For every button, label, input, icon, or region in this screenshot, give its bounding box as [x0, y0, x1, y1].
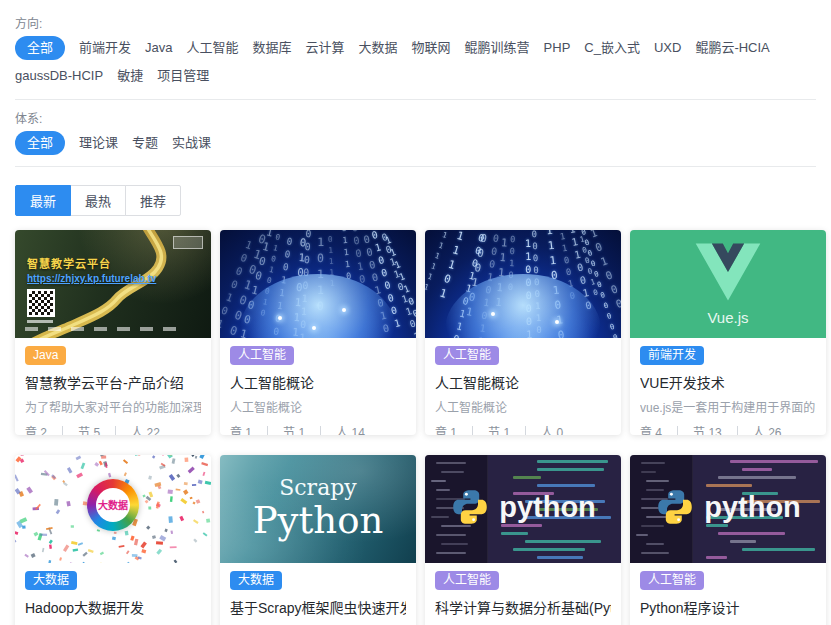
scrapy-label: Scrapy [279, 475, 357, 500]
direction-item-frontend[interactable]: 前端开发 [79, 36, 131, 60]
python-label: python [499, 491, 596, 524]
course-desc: 人工智能概论 [230, 398, 406, 415]
course-card-body: 大数据 Hadoop大数据开发 Hadoop大数据开发介绍 章 8 节 34 人… [15, 563, 211, 625]
vue-label: Vue.js [707, 309, 748, 326]
python-label: python [704, 491, 801, 524]
direction-filter-label: 方向: [15, 14, 816, 31]
course-card-grid: 智慧教学云平台 https://zhjxy.kp.futurelab.tv Ja… [15, 230, 816, 625]
system-filter-section: 体系: 全部 理论课 专题 实战课 [15, 109, 816, 155]
category-tag: Java [25, 346, 66, 365]
direction-item-embedded[interactable]: C_嵌入式 [584, 36, 640, 60]
course-desc: 为了帮助大家对平台的功能加深理... [25, 398, 201, 415]
qr-caption-decoration [27, 320, 53, 323]
course-card[interactable]: Vue.js 前端开发 VUE开发技术 vue.js是一套用于构建用于界面的..… [630, 230, 826, 435]
section-stat: 节 1 [488, 423, 510, 435]
stat-separator [320, 426, 321, 436]
system-filter-row: 全部 理论课 专题 实战课 [15, 131, 816, 155]
course-card[interactable]: 大数据 大数据 Hadoop大数据开发 Hadoop大数据开发介绍 章 8 节 … [15, 455, 211, 625]
course-cover-ai: 1000101100101000111100100101010010000111… [220, 230, 416, 338]
course-card[interactable]: Scrapy Python 大数据 基于Scrapy框架爬虫快速开发(... 本… [220, 455, 416, 625]
system-item-special[interactable]: 专题 [132, 131, 158, 155]
cover-platform-title: 智慧教学云平台 [27, 255, 111, 271]
stat-separator [472, 426, 473, 436]
stat-separator [62, 426, 63, 436]
section-stat: 节 1 [283, 423, 305, 435]
category-tag: 人工智能 [640, 571, 704, 590]
course-cover-hadoop: 大数据 [15, 455, 211, 563]
direction-item-java[interactable]: Java [145, 36, 172, 60]
course-title[interactable]: Python程序设计 [640, 597, 816, 617]
direction-filter-row: 全部 前端开发 Java 人工智能 数据库 云计算 大数据 物联网 鲲鹏训练营 … [15, 36, 816, 88]
course-card-body: 前端开发 VUE开发技术 vue.js是一套用于构建用于界面的... 章 4 节… [630, 338, 826, 435]
stat-separator [677, 426, 678, 436]
course-card-body: 人工智能 人工智能概论 人工智能概论 章 1 节 1 人 14 [220, 338, 416, 435]
course-cover-zhjxy: 智慧教学云平台 https://zhjxy.kp.futurelab.tv [15, 230, 211, 338]
category-tag: 前端开发 [640, 346, 704, 365]
course-title[interactable]: 科学计算与数据分析基础(Pyth... [435, 597, 611, 617]
system-item-all[interactable]: 全部 [15, 131, 65, 155]
course-card[interactable]: 智慧教学云平台 https://zhjxy.kp.futurelab.tv Ja… [15, 230, 211, 435]
system-item-theory[interactable]: 理论课 [79, 131, 118, 155]
course-desc: 人工智能概论 [435, 398, 611, 415]
network-node-decoration [555, 320, 559, 324]
category-tag: 大数据 [25, 571, 77, 590]
python-logo-icon [655, 487, 695, 527]
network-node-decoration [491, 312, 495, 316]
direction-item-gaussdb-hcip[interactable]: gaussDB-HCIP [15, 64, 103, 88]
vue-logo-icon [689, 241, 767, 303]
chapter-stat: 章 1 [435, 423, 457, 435]
tab-hottest[interactable]: 最热 [70, 185, 126, 216]
course-card[interactable]: python 人工智能 科学计算与数据分析基础(Pyth... 本课程介绍Num… [425, 455, 621, 625]
chapter-stat: 章 2 [25, 423, 47, 435]
chapter-stat: 章 1 [230, 423, 252, 435]
direction-item-project-mgmt[interactable]: 项目管理 [157, 64, 209, 88]
course-title[interactable]: 人工智能概论 [230, 372, 406, 392]
section-stat: 节 5 [78, 423, 100, 435]
direction-item-cloud[interactable]: 云计算 [306, 36, 345, 60]
course-title[interactable]: VUE开发技术 [640, 372, 816, 392]
direction-item-agile[interactable]: 敏捷 [117, 64, 143, 88]
people-stat: 人 22 [131, 423, 160, 435]
direction-item-uxd[interactable]: UXD [654, 36, 681, 60]
course-stats: 章 1 节 1 人 14 [230, 423, 406, 435]
category-tag: 人工智能 [435, 571, 499, 590]
course-title[interactable]: 智慧教学云平台-产品介绍 [25, 372, 201, 392]
stat-separator [525, 426, 526, 436]
tab-recommended[interactable]: 推荐 [125, 185, 181, 216]
direction-item-kunpeng-hcia[interactable]: 鲲鹏云-HCIA [695, 36, 769, 60]
course-desc: vue.js是一套用于构建用于界面的... [640, 398, 816, 415]
system-item-practical[interactable]: 实战课 [172, 131, 211, 155]
course-cover-ai: 1111111110100011011001100001010001010111… [425, 230, 621, 338]
course-card-body: Java 智慧教学云平台-产品介绍 为了帮助大家对平台的功能加深理... 章 2… [15, 338, 211, 435]
direction-item-php[interactable]: PHP [544, 36, 571, 60]
cover-platform-url: https://zhjxy.kp.futurelab.tv [27, 273, 156, 284]
color-wheel-decoration: 大数据 [87, 479, 139, 531]
people-stat: 人 26 [753, 423, 782, 435]
course-card-body: 大数据 基于Scrapy框架爬虫快速开发(... 本课程讲解了基于Scrapy框… [220, 563, 416, 625]
direction-item-all[interactable]: 全部 [15, 36, 65, 60]
direction-item-database[interactable]: 数据库 [253, 36, 292, 60]
system-filter-label: 体系: [15, 109, 816, 126]
tab-newest[interactable]: 最新 [15, 185, 71, 216]
network-node-decoration [312, 326, 316, 330]
course-catalog-page: 方向: 全部 前端开发 Java 人工智能 数据库 云计算 大数据 物联网 鲲鹏… [0, 0, 831, 625]
course-title[interactable]: 人工智能概论 [435, 372, 611, 392]
direction-item-iot[interactable]: 物联网 [412, 36, 451, 60]
course-title[interactable]: 基于Scrapy框架爬虫快速开发(... [230, 597, 406, 617]
sort-tab-group: 最新 最热 推荐 [15, 185, 181, 216]
course-card[interactable]: 1111111110100011011001100001010001010111… [425, 230, 621, 435]
course-card-body: 人工智能 Python程序设计 全面掌握Python编程语言的基本语... 章 … [630, 563, 826, 625]
qr-code [27, 289, 55, 317]
stat-separator [267, 426, 268, 436]
divider [15, 99, 816, 100]
direction-item-kunpeng-camp[interactable]: 鲲鹏训练营 [465, 36, 530, 60]
stat-separator [115, 426, 116, 436]
bigdata-wheel-label: 大数据 [98, 497, 128, 512]
course-stats: 章 1 节 1 人 0 [435, 423, 611, 435]
course-card[interactable]: python 人工智能 Python程序设计 全面掌握Python编程语言的基本… [630, 455, 826, 625]
course-cover-scrapy: Scrapy Python [220, 455, 416, 563]
direction-item-ai[interactable]: 人工智能 [187, 36, 239, 60]
course-card[interactable]: 1000101100101000111100100101010010000111… [220, 230, 416, 435]
direction-item-bigdata[interactable]: 大数据 [359, 36, 398, 60]
course-title[interactable]: Hadoop大数据开发 [25, 597, 201, 617]
